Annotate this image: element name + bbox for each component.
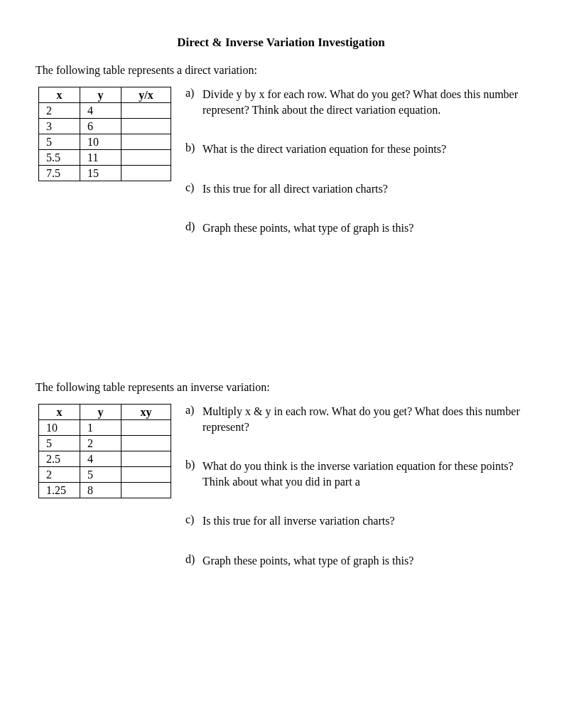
section1-questions: a) Divide y by x for each row. What do y… [185, 87, 526, 260]
cell-xy [121, 451, 171, 466]
table-row: 10 1 [39, 419, 171, 435]
table-row: 5 2 [39, 435, 171, 451]
table-header-row: x y xy [39, 404, 171, 419]
cell-xy [121, 435, 171, 451]
table-row: 5.5 11 [39, 150, 171, 166]
cell-y: 2 [80, 435, 121, 451]
cell-y: 5 [80, 466, 121, 482]
cell-yx [121, 166, 171, 181]
question-letter: c) [185, 181, 202, 197]
table-row: 1.25 8 [39, 482, 171, 498]
cell-xy [121, 419, 171, 435]
cell-y: 4 [80, 103, 121, 119]
table-header-row: x y y/x [39, 87, 171, 103]
question-text: Is this true for all inverse variation c… [202, 513, 526, 529]
section2-intro: The following table represents an invers… [36, 381, 526, 394]
inverse-variation-table: x y xy 10 1 5 2 2.5 4 2 5 [38, 404, 171, 498]
cell-y: 10 [80, 134, 121, 150]
cell-x: 1.25 [39, 482, 80, 498]
question-letter: a) [185, 404, 202, 434]
direct-variation-table: x y y/x 2 4 3 6 5 10 5.5 11 [38, 87, 171, 181]
question-b: b) What do you think is the inverse vari… [185, 459, 526, 489]
question-b: b) What is the direct variation equation… [185, 141, 526, 157]
section2-questions: a) Multiply x & y in each row. What do y… [185, 404, 526, 593]
question-letter: d) [185, 553, 202, 569]
question-letter: c) [185, 513, 202, 529]
cell-x: 5 [39, 435, 80, 451]
question-letter: b) [185, 459, 202, 489]
spacer [36, 600, 526, 728]
table-row: 2 4 [39, 103, 171, 119]
question-c: c) Is this true for all direct variation… [185, 181, 526, 197]
question-letter: d) [185, 220, 202, 236]
cell-yx [121, 150, 171, 166]
cell-x: 7.5 [39, 166, 80, 181]
cell-x: 5.5 [39, 150, 80, 166]
table-row: 7.5 15 [39, 166, 171, 181]
header-y: y [80, 87, 121, 103]
header-xy: xy [121, 404, 171, 419]
question-letter: b) [185, 141, 202, 157]
question-c: c) Is this true for all inverse variatio… [185, 513, 526, 529]
question-text: Graph these points, what type of graph i… [202, 220, 526, 236]
cell-y: 1 [80, 419, 121, 435]
question-a: a) Divide y by x for each row. What do y… [185, 87, 526, 117]
section1-table-wrap: x y y/x 2 4 3 6 5 10 5.5 11 [38, 87, 171, 181]
cell-yx [121, 103, 171, 119]
cell-y: 4 [80, 451, 121, 466]
question-text: What is the direct variation equation fo… [202, 141, 526, 157]
cell-y: 11 [80, 150, 121, 166]
section2-table-wrap: x y xy 10 1 5 2 2.5 4 2 5 [38, 404, 171, 498]
header-yx: y/x [121, 87, 171, 103]
cell-yx [121, 134, 171, 150]
question-text: Multiply x & y in each row. What do you … [202, 404, 526, 434]
question-text: Graph these points, what type of graph i… [202, 553, 526, 569]
cell-x: 5 [39, 134, 80, 150]
cell-x: 2.5 [39, 451, 80, 466]
table-row: 2 5 [39, 466, 171, 482]
question-text: What do you think is the inverse variati… [202, 459, 526, 489]
section2: x y xy 10 1 5 2 2.5 4 2 5 [36, 404, 526, 593]
cell-y: 8 [80, 482, 121, 498]
cell-x: 2 [39, 103, 80, 119]
question-d: d) Graph these points, what type of grap… [185, 220, 526, 236]
cell-x: 2 [39, 466, 80, 482]
question-text: Is this true for all direct variation ch… [202, 181, 526, 197]
table-row: 3 6 [39, 119, 171, 134]
header-x: x [39, 87, 80, 103]
spacer [36, 267, 526, 381]
cell-yx [121, 119, 171, 134]
page-title: Direct & Inverse Variation Investigation [36, 36, 526, 50]
question-d: d) Graph these points, what type of grap… [185, 553, 526, 569]
cell-x: 10 [39, 419, 80, 435]
cell-y: 6 [80, 119, 121, 134]
question-a: a) Multiply x & y in each row. What do y… [185, 404, 526, 434]
header-x: x [39, 404, 80, 419]
question-letter: a) [185, 87, 202, 117]
header-y: y [80, 404, 121, 419]
table-row: 2.5 4 [39, 451, 171, 466]
cell-xy [121, 482, 171, 498]
question-text: Divide y by x for each row. What do you … [202, 87, 526, 117]
cell-y: 15 [80, 166, 121, 181]
cell-x: 3 [39, 119, 80, 134]
table-row: 5 10 [39, 134, 171, 150]
section1-intro: The following table represents a direct … [36, 64, 526, 77]
section1: x y y/x 2 4 3 6 5 10 5.5 11 [36, 87, 526, 260]
cell-xy [121, 466, 171, 482]
